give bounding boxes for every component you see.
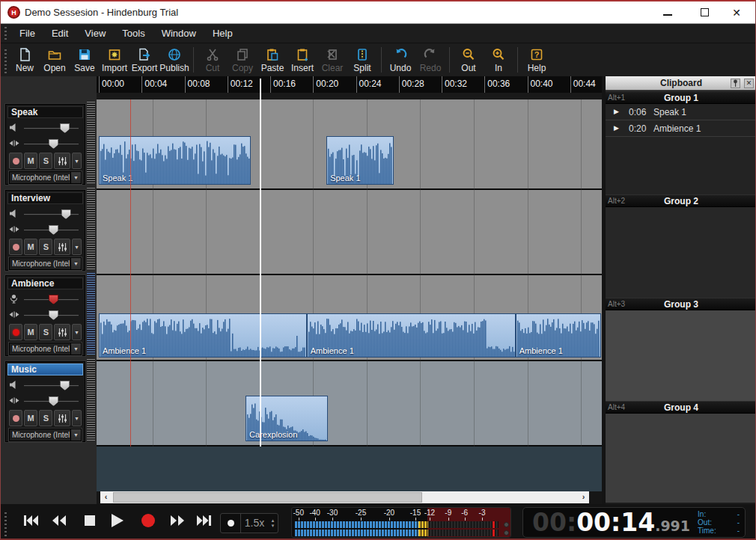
track-scroll-strip[interactable] [87, 101, 95, 183]
audio-clip-speak-1[interactable]: Speak 1 [99, 136, 251, 185]
clipboard-item-speak-1[interactable]: ▶0:06Speak 1 [606, 104, 756, 120]
split-button[interactable]: Split [347, 47, 377, 73]
input-device-dropdown[interactable]: Microphone (Intel S...▼ [9, 343, 82, 355]
spin-up-icon[interactable]: ▲ [271, 518, 275, 524]
track-header-interview[interactable]: InterviewMS▼Microphone (Intel S...▼ [5, 190, 85, 271]
save-button[interactable]: Save [70, 47, 100, 73]
transport-gripper[interactable] [4, 510, 7, 536]
solo-button[interactable]: S [39, 324, 52, 340]
track-name[interactable]: Interview [7, 192, 83, 204]
mute-button[interactable]: M [24, 239, 37, 255]
input-device-dropdown[interactable]: Microphone (Intel S...▼ [9, 429, 82, 441]
volume-slider-thumb[interactable] [49, 295, 58, 304]
audio-clip-ambience-1[interactable]: Ambience 1 [307, 313, 516, 358]
solo-button[interactable]: S [39, 410, 52, 426]
pan-slider-thumb[interactable] [49, 310, 58, 320]
record-button[interactable] [137, 512, 159, 533]
scrollbar-thumb[interactable] [113, 492, 422, 503]
menu-item-view[interactable]: View [76, 25, 114, 42]
track-scroll-strip[interactable] [87, 187, 95, 269]
dropdown-arrow-icon[interactable]: ▼ [70, 172, 81, 183]
menu-item-window[interactable]: Window [153, 25, 204, 42]
track-options-dropdown-icon[interactable]: ▼ [72, 153, 82, 169]
record-arm-button[interactable] [9, 153, 22, 169]
playback-speed-control[interactable]: 1.5x ▲▼ [220, 513, 278, 533]
volume-slider-thumb[interactable] [61, 209, 71, 219]
undo-button[interactable]: Undo [385, 47, 415, 73]
clipboard-group-header[interactable]: Alt+4Group 4 [606, 401, 756, 414]
track-name[interactable]: Ambience [7, 277, 83, 289]
horizontal-scrollbar[interactable]: ‹ › [100, 491, 589, 503]
solo-button[interactable]: S [39, 153, 52, 169]
rewind-button[interactable] [48, 512, 70, 533]
in-button[interactable]: In [484, 47, 513, 73]
pan-slider-thumb[interactable] [49, 396, 58, 406]
timeline-track-row-interview[interactable] [97, 190, 602, 275]
minimize-button[interactable] [656, 5, 679, 20]
timeline-tracks-area[interactable]: Speak 1Speak 1Ambience 1Ambience 1Ambien… [97, 99, 602, 447]
import-button[interactable]: Import [100, 47, 129, 73]
track-name[interactable]: Music [7, 363, 83, 375]
maximize-button[interactable] [693, 5, 716, 20]
timeline-track-row-music[interactable] [97, 361, 602, 447]
close-icon[interactable]: ✕ [744, 79, 754, 88]
solo-button[interactable]: S [39, 239, 52, 255]
speed-spinner[interactable]: ▲▼ [268, 514, 278, 533]
record-arm-button[interactable] [9, 239, 22, 255]
mute-button[interactable]: M [24, 324, 37, 340]
clipboard-group-header[interactable]: Alt+2Group 2 [606, 194, 756, 207]
help-button[interactable]: ?Help [522, 47, 552, 73]
track-scroll-strip[interactable] [87, 272, 95, 355]
menu-item-file[interactable]: File [11, 25, 43, 42]
mute-button[interactable]: M [24, 410, 37, 426]
skip-end-button[interactable] [193, 512, 216, 533]
track-header-ambience[interactable]: AmbienceMS▼Microphone (Intel S...▼ [5, 275, 85, 356]
play-icon[interactable]: ▶ [614, 108, 619, 115]
playhead[interactable] [260, 79, 261, 447]
mixer-button[interactable] [54, 239, 70, 255]
menu-item-help[interactable]: Help [204, 25, 241, 42]
timeline-ruler[interactable]: 00:0000:0400:0800:1200:1600:2000:2400:28… [97, 76, 602, 93]
audio-clip-speak-1[interactable]: Speak 1 [326, 136, 393, 185]
out-button[interactable]: Out [454, 47, 484, 73]
menubar-gripper[interactable] [4, 27, 7, 40]
toolbar-gripper[interactable] [4, 47, 7, 73]
dropdown-arrow-icon[interactable]: ▼ [70, 258, 81, 269]
volume-slider[interactable] [24, 128, 79, 129]
volume-slider[interactable] [24, 385, 79, 387]
pan-slider-thumb[interactable] [49, 139, 58, 149]
export-button[interactable]: Export [129, 47, 159, 73]
track-options-dropdown-icon[interactable]: ▼ [72, 410, 82, 426]
mixer-button[interactable] [54, 153, 70, 169]
skip-start-button[interactable] [19, 512, 42, 533]
fast-forward-button[interactable] [166, 512, 189, 533]
speed-record-icon[interactable] [221, 514, 241, 533]
track-header-music[interactable]: MusicMS▼Microphone (Intel S...▼ [5, 361, 85, 442]
close-button[interactable]: ✕ [725, 5, 748, 20]
track-name[interactable]: Speak [7, 106, 83, 118]
record-arm-button[interactable] [9, 324, 22, 340]
record-arm-button[interactable] [9, 410, 22, 426]
scroll-left-icon[interactable]: ‹ [100, 491, 112, 503]
paste-button[interactable]: Paste [257, 47, 287, 73]
mixer-button[interactable] [54, 324, 70, 340]
play-button[interactable] [106, 512, 128, 533]
menu-item-tools[interactable]: Tools [114, 25, 153, 42]
play-icon[interactable]: ▶ [614, 124, 619, 132]
pin-icon[interactable] [731, 79, 740, 88]
audio-clip-carexplosion[interactable]: Carexplosion [246, 396, 328, 441]
clipboard-group-header[interactable]: Alt+3Group 3 [606, 298, 756, 310]
new-button[interactable]: New [10, 47, 40, 73]
scroll-right-icon[interactable]: › [578, 491, 589, 503]
input-device-dropdown[interactable]: Microphone (Intel S...▼ [9, 257, 82, 270]
clipboard-item-ambience-1[interactable]: ▶0:20Ambience 1 [606, 120, 756, 137]
clipboard-group-header[interactable]: Alt+1Group 1 [606, 91, 756, 104]
mixer-button[interactable] [54, 410, 70, 426]
open-button[interactable]: Open [40, 47, 70, 73]
track-options-dropdown-icon[interactable]: ▼ [72, 239, 82, 255]
dropdown-arrow-icon[interactable]: ▼ [70, 343, 81, 355]
track-scroll-strip[interactable] [87, 358, 95, 441]
mute-button[interactable]: M [24, 153, 37, 169]
pan-slider-thumb[interactable] [49, 225, 58, 235]
dropdown-arrow-icon[interactable]: ▼ [70, 429, 81, 441]
